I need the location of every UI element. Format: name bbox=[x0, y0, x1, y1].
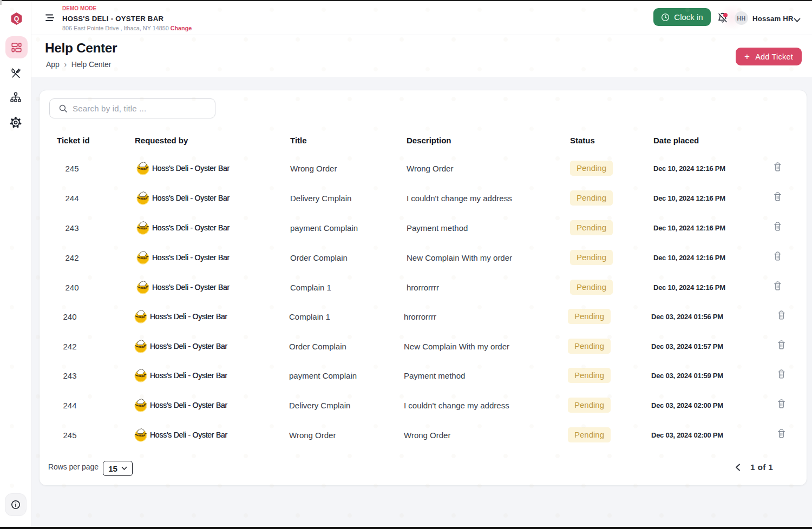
svg-text:Q: Q bbox=[14, 15, 19, 23]
